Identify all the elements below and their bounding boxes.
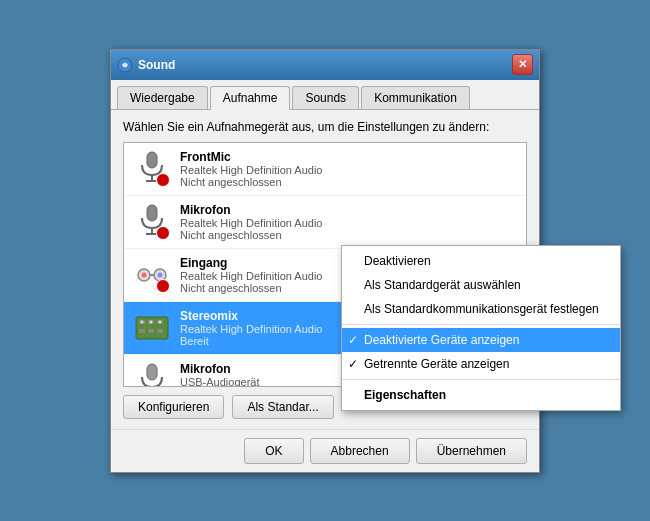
- device-sub1-mikrofon1: Realtek High Definition Audio: [180, 217, 518, 229]
- status-badge-red2: [156, 226, 170, 240]
- device-name-mikrofon1: Mikrofon: [180, 203, 518, 217]
- svg-rect-1: [147, 152, 157, 168]
- svg-rect-18: [157, 329, 163, 333]
- instruction-label: Wählen Sie ein Aufnahmegerät aus, um die…: [123, 120, 527, 134]
- svg-rect-16: [139, 329, 145, 333]
- set-default-label: Als Standardgerät auswählen: [364, 278, 521, 292]
- ctx-set-comm-default[interactable]: Als Standardkommunikationsgerät festlege…: [342, 297, 620, 321]
- sound-dialog: Sound ✕ Wiedergabe Aufnahme Sounds Kommu…: [110, 49, 540, 473]
- ctx-deactivate[interactable]: Deaktivieren: [342, 249, 620, 273]
- set-default-button[interactable]: Als Standar...: [232, 395, 333, 419]
- svg-point-20: [150, 320, 153, 323]
- device-sub2-mikrofon1: Nicht angeschlossen: [180, 229, 518, 241]
- titlebar-title: Sound: [138, 58, 507, 72]
- configure-button[interactable]: Konfigurieren: [123, 395, 224, 419]
- apply-button[interactable]: Übernehmen: [416, 438, 527, 464]
- svg-rect-4: [147, 205, 157, 221]
- dialog-action-buttons: OK Abbrechen Übernehmen: [111, 429, 539, 472]
- device-info-mikrofon1: Mikrofon Realtek High Definition Audio N…: [180, 203, 518, 241]
- svg-rect-17: [148, 329, 154, 333]
- svg-point-21: [159, 320, 162, 323]
- ctx-separator-1: [342, 324, 620, 325]
- device-item-mikrofon1[interactable]: Mikrofon Realtek High Definition Audio N…: [124, 196, 526, 249]
- device-sub1-frontmic: Realtek High Definition Audio: [180, 164, 518, 176]
- device-icon-eingang: [132, 255, 172, 295]
- tabs-bar: Wiedergabe Aufnahme Sounds Kommunikation: [111, 80, 539, 110]
- device-info-frontmic: FrontMic Realtek High Definition Audio N…: [180, 150, 518, 188]
- set-comm-default-label: Als Standardkommunikationsgerät festlege…: [364, 302, 599, 316]
- status-badge-red3: [156, 279, 170, 293]
- deactivate-label: Deaktivieren: [364, 254, 431, 268]
- svg-point-19: [141, 320, 144, 323]
- show-disabled-label: Deaktivierte Geräte anzeigen: [364, 333, 519, 347]
- svg-rect-22: [147, 364, 157, 380]
- tab-wiedergabe[interactable]: Wiedergabe: [117, 86, 208, 109]
- check-disconnected-icon: ✓: [348, 357, 358, 371]
- context-menu: Deaktivieren Als Standardgerät auswählen…: [341, 245, 621, 411]
- device-item-frontmic[interactable]: FrontMic Realtek High Definition Audio N…: [124, 143, 526, 196]
- device-icon-stereomix: [132, 308, 172, 348]
- ctx-set-default[interactable]: Als Standardgerät auswählen: [342, 273, 620, 297]
- titlebar-icon: [117, 57, 133, 73]
- svg-point-11: [158, 272, 163, 277]
- tab-kommunikation[interactable]: Kommunikation: [361, 86, 470, 109]
- status-badge-red: [156, 173, 170, 187]
- device-icon-mikrofon2: [132, 361, 172, 387]
- ctx-show-disconnected[interactable]: ✓ Getrennte Geräte anzeigen: [342, 352, 620, 376]
- ctx-properties[interactable]: Eigenschaften: [342, 383, 620, 407]
- close-button[interactable]: ✕: [512, 54, 533, 75]
- device-name-frontmic: FrontMic: [180, 150, 518, 164]
- check-disabled-icon: ✓: [348, 333, 358, 347]
- ctx-separator-2: [342, 379, 620, 380]
- titlebar: Sound ✕: [111, 50, 539, 80]
- tab-sounds[interactable]: Sounds: [292, 86, 359, 109]
- ok-button[interactable]: OK: [244, 438, 303, 464]
- tab-aufnahme[interactable]: Aufnahme: [210, 86, 291, 110]
- device-icon-mikrofon1: [132, 202, 172, 242]
- svg-point-10: [142, 272, 147, 277]
- properties-label: Eigenschaften: [364, 388, 446, 402]
- device-sub2-frontmic: Nicht angeschlossen: [180, 176, 518, 188]
- show-disconnected-label: Getrennte Geräte anzeigen: [364, 357, 509, 371]
- cancel-button[interactable]: Abbrechen: [310, 438, 410, 464]
- device-icon-frontmic: [132, 149, 172, 189]
- ctx-show-disabled[interactable]: ✓ Deaktivierte Geräte anzeigen: [342, 328, 620, 352]
